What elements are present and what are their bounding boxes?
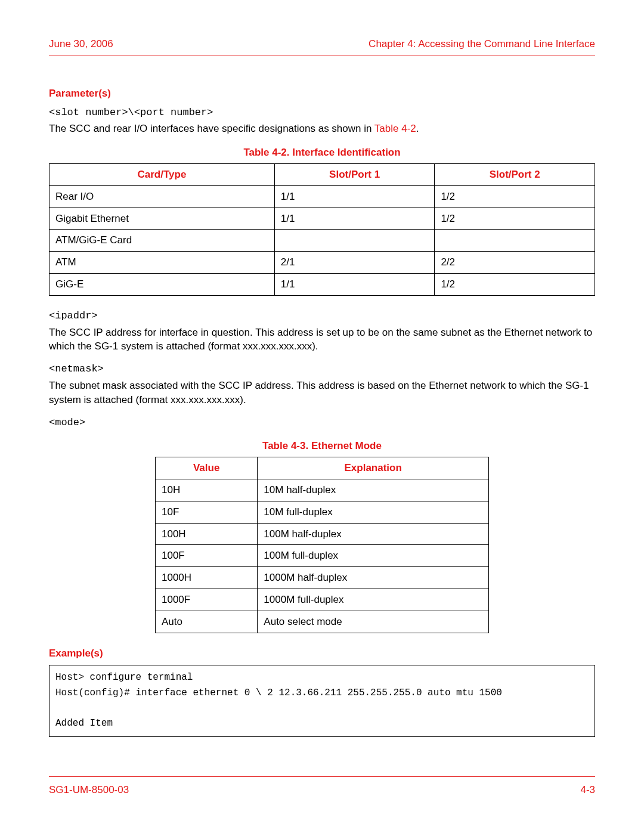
table-row: 10H 10M half-duplex [156, 479, 489, 501]
table1-cell: 2/2 [435, 252, 595, 274]
table1-cell: 1/2 [435, 185, 595, 208]
table2-cell: 10F [156, 501, 258, 523]
intro-paragraph: The SCC and rear I/O interfaces have spe… [49, 122, 595, 136]
netmask-label: <netmask> [49, 362, 595, 376]
ipaddr-label: <ipaddr> [49, 309, 595, 323]
table2-header-row: Value Explanation [156, 457, 489, 479]
table2-cell: 10M half-duplex [258, 479, 489, 501]
table1-cell: ATM/GiG-E Card [49, 230, 275, 252]
intro-text-1-end: . [416, 123, 419, 134]
header-chapter: Chapter 4: Accessing the Command Line In… [369, 37, 595, 51]
header-date: June 30, 2006 [49, 37, 113, 51]
table2-cell: 10M full-duplex [258, 501, 489, 523]
slot-port-syntax: <slot number>\<port number> [49, 106, 595, 120]
table2-cell: Auto [156, 611, 258, 633]
table-row: ATM/GiG-E Card [49, 230, 595, 252]
table1-cell: Rear I/O [49, 185, 275, 208]
examples-heading: Example(s) [49, 646, 595, 661]
table2-cell: Auto select mode [258, 611, 489, 633]
table1-cell: 2/1 [274, 252, 435, 274]
table-ethernet-mode: Value Explanation 10H 10M half-duplex 10… [155, 457, 489, 633]
table1-cell [435, 230, 595, 252]
table1-cell: 1/2 [435, 208, 595, 230]
table1-cell: Gigabit Ethernet [49, 208, 275, 230]
table1-cell: 1/1 [274, 208, 435, 230]
parameters-heading: Parameter(s) [49, 86, 595, 101]
table-row: Gigabit Ethernet 1/1 1/2 [49, 208, 595, 230]
table-row: GiG-E 1/1 1/2 [49, 273, 595, 295]
table-ref-1[interactable]: Table 4-2 [374, 123, 416, 134]
ipaddr-desc: The SCC IP address for interface in ques… [49, 326, 595, 354]
table2-cell: 1000M half-duplex [258, 567, 489, 589]
mode-label: <mode> [49, 416, 595, 430]
table-row: Auto Auto select mode [156, 611, 489, 633]
table1-title: Table 4-2. Interface Identification [49, 145, 595, 160]
table1-header-row: Card/Type Slot/Port 1 Slot/Port 2 [49, 163, 595, 185]
table2-cell: 1000F [156, 589, 258, 611]
footer-page-number: 4-3 [580, 783, 595, 797]
page-footer: SG1-UM-8500-03 4-3 [49, 776, 595, 797]
table2-cell: 1000H [156, 567, 258, 589]
footer-doc-id: SG1-UM-8500-03 [49, 783, 129, 797]
table-row: 10F 10M full-duplex [156, 501, 489, 523]
intro-text-1: The SCC and rear I/O interfaces have spe… [49, 123, 374, 134]
table2-header: Explanation [258, 457, 489, 479]
table1-cell: GiG-E [49, 273, 275, 295]
table1-header: Slot/Port 2 [435, 163, 595, 185]
table1-cell [274, 230, 435, 252]
table1-header: Slot/Port 1 [274, 163, 435, 185]
page-header: June 30, 2006 Chapter 4: Accessing the C… [49, 37, 595, 55]
table2-title: Table 4-3. Ethernet Mode [49, 439, 595, 453]
table1-cell: 1/2 [435, 273, 595, 295]
table2-cell: 100M half-duplex [258, 523, 489, 545]
table1-header: Card/Type [49, 163, 275, 185]
table1-cell: ATM [49, 252, 275, 274]
table-row: 1000H 1000M half-duplex [156, 567, 489, 589]
table2-cell: 100H [156, 523, 258, 545]
table-row: 100H 100M half-duplex [156, 523, 489, 545]
table1-cell: 1/1 [274, 185, 435, 208]
example-code-block: Host> configure terminal Host(config)# i… [49, 665, 595, 736]
table2-cell: 100F [156, 545, 258, 567]
table1-cell: 1/1 [274, 273, 435, 295]
table-row: ATM 2/1 2/2 [49, 252, 595, 274]
table2-cell: 100M full-duplex [258, 545, 489, 567]
table-row: Rear I/O 1/1 1/2 [49, 185, 595, 208]
table-interface-identification: Card/Type Slot/Port 1 Slot/Port 2 Rear I… [49, 163, 595, 296]
table2-header: Value [156, 457, 258, 479]
table-row: 100F 100M full-duplex [156, 545, 489, 567]
netmask-desc: The subnet mask associated with the SCC … [49, 379, 595, 407]
table2-cell: 1000M full-duplex [258, 589, 489, 611]
table-row: 1000F 1000M full-duplex [156, 589, 489, 611]
table2-cell: 10H [156, 479, 258, 501]
